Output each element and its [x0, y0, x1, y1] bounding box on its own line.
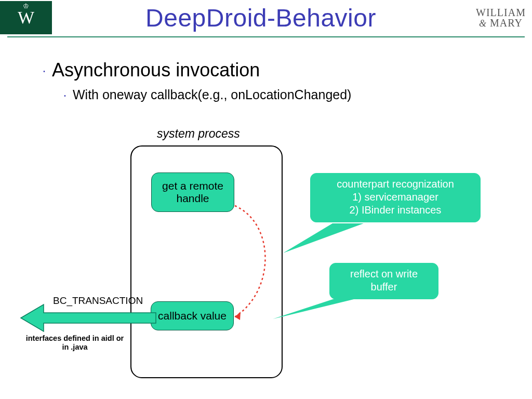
callout-counterpart: counterpart recognization 1) servicemana…	[310, 173, 481, 222]
crown-icon: ♔	[23, 2, 29, 10]
slide-title: DeepDroid-Behavior	[52, 4, 470, 32]
bullet-sub: •With oneway callback(e.g., onLocationCh…	[57, 87, 532, 102]
callout-reflect: reflect on write buffer	[329, 263, 438, 299]
content-area: •Asynchronous invocation •With oneway ca…	[0, 37, 532, 102]
slide-header: ♔ W DeepDroid-Behavior WILLIAM & MARY	[0, 0, 532, 34]
callout-counterpart-l1: 1) servicemanager	[318, 191, 473, 204]
process-label: system process	[157, 127, 240, 141]
arrow-label-bc-transaction: BC_TRANSACTION	[53, 295, 143, 307]
wm-line1: WILLIAM	[470, 7, 532, 18]
note-interfaces: interfaces defined in aidl or in .java	[23, 334, 127, 351]
bullet-dot-icon: •	[57, 93, 73, 99]
callout-counterpart-title: counterpart recognization	[318, 178, 473, 191]
wm-wordmark: WILLIAM & MARY	[470, 7, 532, 28]
node-callback-value: callback value	[151, 301, 234, 330]
callout-counterpart-l2: 2) IBinder instances	[318, 204, 473, 217]
bullet-main-text: Asynchronous invocation	[52, 59, 260, 81]
wm-line2: & MARY	[470, 18, 532, 28]
callout-counterpart-tail-icon	[283, 223, 364, 253]
bullet-sub-text: With oneway callback(e.g., onLocationCha…	[73, 87, 351, 102]
bullet-dot-icon: •	[36, 69, 52, 74]
wm-monogram: W	[18, 8, 34, 28]
wm-crest-icon: ♔ W	[0, 1, 52, 34]
bullet-main: •Asynchronous invocation	[36, 59, 532, 81]
node-get-remote-handle: get a remote handle	[151, 172, 234, 212]
